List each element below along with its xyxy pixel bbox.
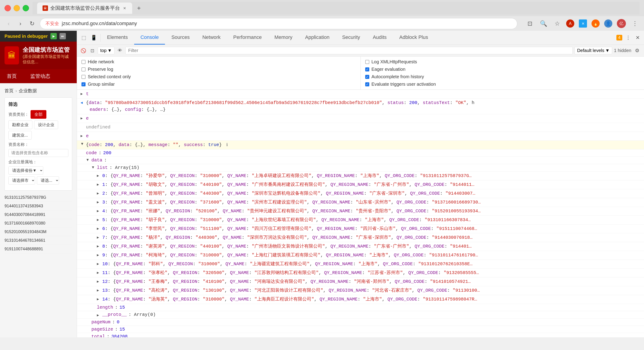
- district-select[interactable]: 请选...: [37, 176, 59, 185]
- tab-performance[interactable]: Performance: [227, 31, 268, 44]
- url-bar[interactable]: 不安全 jzsc.mohurd.gov.cn/data/company: [40, 18, 517, 29]
- translate-icon[interactable]: ⊡: [526, 19, 534, 28]
- tab-adblock[interactable]: Adblock Plus: [393, 31, 434, 44]
- expand-item-arrow[interactable]: ▶: [97, 218, 100, 222]
- console-array-item-10: ▶ 10: {QY_FR_NAME: "郭科", QY_REGION: "310…: [77, 260, 644, 269]
- expand-item-arrow[interactable]: ▶: [97, 253, 100, 257]
- qualification-survey-btn[interactable]: 勘察企业: [8, 120, 32, 129]
- back-button[interactable]: ‹: [4, 19, 13, 27]
- collapse-arrow[interactable]: ◀: [80, 100, 84, 105]
- nav-supervision[interactable]: 监管动态: [24, 69, 57, 83]
- context-select[interactable]: top ▼: [98, 47, 114, 54]
- console-text: 12: {QY_FR_NAME: "王春梅", QY_REGION: "4101…: [102, 278, 640, 285]
- zoom-icon[interactable]: 🔍: [539, 19, 548, 28]
- tab-close-button[interactable]: ✕: [122, 6, 127, 10]
- expand-arrow[interactable]: ▶: [80, 134, 84, 138]
- breadcrumb-home[interactable]: 首页: [4, 88, 14, 94]
- tab-audits[interactable]: Audits: [366, 31, 393, 44]
- name-input[interactable]: [8, 149, 68, 157]
- profile-icon[interactable]: 亿: [617, 19, 626, 28]
- tab-application[interactable]: Application: [299, 31, 336, 44]
- expand-item-arrow[interactable]: ▶: [97, 244, 100, 249]
- province-select[interactable]: 请选择省份▼: [8, 166, 43, 175]
- expand-item-arrow[interactable]: ▶: [97, 209, 100, 213]
- expand-arrow[interactable]: ▶: [80, 116, 84, 120]
- expand-item-arrow[interactable]: ▶: [97, 173, 100, 178]
- qualification-design-btn[interactable]: 设计企业: [34, 120, 58, 129]
- menu-icon[interactable]: ⋮: [630, 19, 640, 28]
- maximize-button[interactable]: [23, 5, 29, 11]
- devtools-close-button[interactable]: ✕: [634, 34, 641, 41]
- new-tab-button[interactable]: +: [135, 4, 143, 12]
- expand-item-arrow[interactable]: ▶: [97, 270, 100, 275]
- selected-context-checkbox[interactable]: [82, 75, 86, 79]
- minimize-button[interactable]: [14, 5, 20, 11]
- console-output[interactable]: ▶ t ◀ {data: "95780ba0943730051dccb5fe39…: [77, 90, 644, 337]
- tab-memory[interactable]: Memory: [268, 31, 299, 44]
- console-line-undefined: ▶ undefined: [77, 123, 644, 132]
- play-button[interactable]: ▶: [50, 33, 57, 39]
- bookmark-icon[interactable]: ☆: [552, 19, 562, 28]
- nav-home[interactable]: 首页: [0, 69, 24, 83]
- ext-fire-icon[interactable]: 🔥: [592, 19, 600, 27]
- expand-item-arrow[interactable]: ▶: [97, 182, 100, 187]
- console-array-item-8: ▶ 8: {QY_FR_NAME: "谢英涛", QY_REGION: "440…: [77, 242, 644, 251]
- expand-item-arrow[interactable]: ▶: [97, 262, 100, 266]
- expand-item-arrow[interactable]: ▶: [97, 200, 100, 204]
- log-xmlhttp-checkbox[interactable]: [365, 60, 369, 64]
- autocomplete-checkbox[interactable]: ✓: [365, 75, 369, 79]
- refresh-button[interactable]: ↻: [28, 19, 36, 27]
- console-text: 5: {QY_FR_NAME: "胡子良", QY_REGION: "31000…: [102, 217, 640, 223]
- collapse-data-arrow[interactable]: ▶: [86, 159, 90, 163]
- devtools-more-icon[interactable]: ⋮: [624, 34, 632, 42]
- expand-proto-arrow[interactable]: ▶: [97, 313, 100, 318]
- mobile-icon[interactable]: 📱: [90, 34, 98, 42]
- console-line-e2: ▶ e: [77, 132, 644, 141]
- console-array-item-5: ▶ 5: {QY_FR_NAME: "胡子良", QY_REGION: "310…: [77, 216, 644, 225]
- eye-button[interactable]: 👁: [116, 47, 124, 54]
- hide-network-checkbox[interactable]: [82, 60, 86, 64]
- expand-item-arrow[interactable]: ▶: [97, 226, 100, 231]
- console-settings-icon[interactable]: ⚙: [633, 46, 641, 55]
- tab-elements[interactable]: Elements: [101, 31, 134, 44]
- evaluate-triggers-checkbox[interactable]: ✓: [365, 82, 369, 86]
- qualification-all-btn[interactable]: 全部: [30, 110, 46, 119]
- warning-badge: 4: [616, 35, 622, 40]
- tab-network[interactable]: Network: [196, 31, 227, 44]
- expand-item-arrow[interactable]: ▶: [97, 235, 100, 240]
- tab-security[interactable]: Security: [336, 31, 366, 44]
- step-button[interactable]: ⏭: [60, 33, 66, 39]
- tab-sources[interactable]: Sources: [165, 31, 196, 44]
- expand-item-arrow[interactable]: ▶: [97, 297, 100, 301]
- ext-abp-icon[interactable]: A: [566, 19, 574, 27]
- level-select[interactable]: Default levels ▼: [574, 47, 612, 54]
- breadcrumb-company[interactable]: 企业数据: [19, 88, 37, 94]
- console-filter-input[interactable]: [125, 47, 573, 54]
- list-item: 913101464678134661: [4, 236, 72, 245]
- browser-tab[interactable]: 🏛 全国建筑市场监管公共服务平台 ✕: [37, 2, 132, 14]
- ext-x-icon[interactable]: ✕: [579, 19, 587, 27]
- preserve-log-checkbox[interactable]: [82, 67, 86, 71]
- eager-eval-checkbox[interactable]: ✓: [365, 67, 369, 71]
- tab-console[interactable]: Console: [134, 31, 165, 44]
- selected-context-label: Selected context only: [88, 74, 131, 79]
- console-filter-icon[interactable]: ⊡: [89, 47, 96, 54]
- console-clear-button[interactable]: 🚫: [80, 47, 87, 54]
- expand-item-arrow[interactable]: ▶: [97, 288, 100, 293]
- collapse-list-arrow[interactable]: ▶: [91, 166, 96, 170]
- inspect-element-icon[interactable]: ⬚: [80, 34, 88, 42]
- list-item: 913716001668970380: [4, 219, 72, 228]
- forward-button[interactable]: ›: [16, 19, 24, 27]
- ext-user-icon[interactable]: 👤: [604, 19, 612, 27]
- expand-item-arrow[interactable]: ▶: [97, 279, 100, 284]
- close-button[interactable]: [4, 5, 11, 11]
- collapse-arrow[interactable]: ▶: [80, 143, 85, 146]
- expand-arrow[interactable]: ▶: [80, 92, 84, 96]
- expand-item-arrow[interactable]: ▶: [97, 191, 100, 196]
- console-text: {data: "95780ba0943730051dccb5fe3918f9fe…: [86, 99, 640, 113]
- site-title: 全国建筑市场监管: [23, 46, 72, 54]
- group-similar-checkbox[interactable]: ✓: [82, 82, 86, 86]
- qualification-construction-btn[interactable]: 建筑业...: [8, 131, 32, 139]
- evaluate-triggers-label: Evaluate triggers user activation: [372, 82, 436, 87]
- city-select[interactable]: 请选择市: [8, 176, 35, 185]
